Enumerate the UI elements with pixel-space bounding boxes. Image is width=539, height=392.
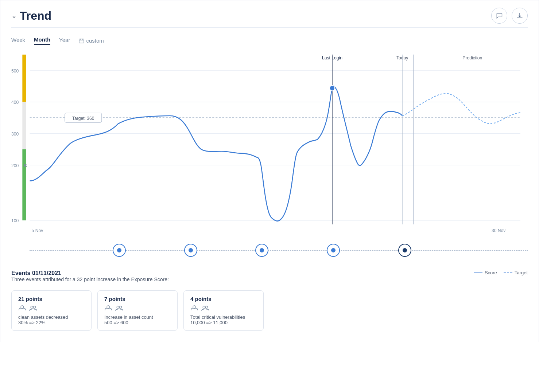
- main-container: ⌄ Trend Week Month Year: [0, 0, 539, 342]
- event-icons-2: [104, 305, 171, 311]
- comment-button[interactable]: [491, 8, 507, 24]
- events-header: Events 01/11/2021 Three events attribute…: [11, 270, 528, 288]
- svg-point-34: [117, 306, 119, 308]
- svg-point-37: [203, 306, 205, 308]
- svg-point-29: [330, 85, 335, 91]
- legend-target: Target: [504, 270, 528, 275]
- trend-chart: 500 400 300 200 100 B 5 Nov 30 Nov Targe…: [11, 51, 528, 240]
- svg-text:B: B: [24, 163, 27, 168]
- event-value-1: 30% => 22%: [18, 320, 85, 325]
- svg-rect-5: [22, 102, 26, 149]
- event-desc-2: Increase in asset count: [104, 314, 171, 320]
- event-dot-5[interactable]: [398, 244, 411, 257]
- header: ⌄ Trend: [11, 8, 528, 28]
- event-dot-3[interactable]: [255, 244, 268, 257]
- svg-text:300: 300: [11, 132, 19, 137]
- event-value-2: 500 => 600: [104, 320, 171, 325]
- event-points-3: 4 points: [190, 296, 257, 302]
- svg-text:200: 200: [11, 163, 19, 168]
- svg-point-38: [205, 306, 208, 308]
- tabs-row: Week Month Year custom: [11, 36, 528, 45]
- svg-point-31: [31, 306, 33, 308]
- events-title-group: Events 01/11/2021 Three events attribute…: [11, 270, 169, 288]
- svg-text:Today: Today: [396, 55, 408, 60]
- svg-text:5 Nov: 5 Nov: [32, 228, 43, 233]
- event-dots-row: [30, 244, 528, 257]
- event-dot-2[interactable]: [184, 244, 197, 257]
- svg-point-35: [119, 306, 121, 308]
- event-cards: 21 points clean assets decreased: [11, 290, 528, 331]
- svg-text:400: 400: [11, 100, 19, 105]
- download-button[interactable]: [512, 8, 528, 24]
- events-title: Events 01/11/2021: [11, 270, 169, 277]
- events-section: Events 01/11/2021 Three events attribute…: [11, 264, 528, 331]
- svg-rect-0: [79, 39, 84, 43]
- chart-legend: Score Target: [474, 270, 528, 275]
- event-points-1: 21 points: [18, 296, 85, 302]
- svg-text:30 Nov: 30 Nov: [492, 228, 506, 233]
- chevron-down-icon[interactable]: ⌄: [11, 12, 17, 20]
- svg-text:100: 100: [11, 218, 19, 223]
- event-icons-1: [18, 305, 85, 311]
- event-card-1: 21 points clean assets decreased: [11, 290, 92, 331]
- event-points-2: 7 points: [104, 296, 171, 302]
- tab-week[interactable]: Week: [11, 37, 25, 44]
- svg-text:Prediction: Prediction: [462, 55, 482, 60]
- target-line-icon: [504, 273, 512, 273]
- event-card-3: 4 points Total critical vulnerabilities: [183, 290, 264, 331]
- event-icons-3: [190, 305, 257, 311]
- event-desc-1: clean assets decreased: [18, 314, 85, 320]
- svg-text:Last Login: Last Login: [322, 55, 342, 60]
- tab-custom[interactable]: custom: [79, 38, 104, 44]
- page-title: Trend: [20, 9, 51, 23]
- tab-month[interactable]: Month: [34, 36, 50, 45]
- legend-score: Score: [474, 270, 497, 275]
- tab-year[interactable]: Year: [59, 37, 70, 44]
- svg-text:Target: 360: Target: 360: [72, 115, 94, 121]
- events-timeline: [11, 244, 528, 257]
- event-dot-1[interactable]: [113, 244, 126, 257]
- event-card-2: 7 points Increase in asset count: [97, 290, 178, 331]
- svg-rect-4: [22, 55, 26, 102]
- event-dot-4[interactable]: [327, 244, 340, 257]
- score-line-icon: [474, 273, 482, 273]
- chart-svg: 500 400 300 200 100 B 5 Nov 30 Nov Targe…: [11, 51, 528, 240]
- svg-point-32: [33, 306, 35, 308]
- svg-text:500: 500: [11, 68, 19, 73]
- events-subtitle: Three events attributed for a 32 point i…: [11, 277, 169, 282]
- event-value-3: 10,000 => 11,000: [190, 320, 257, 325]
- svg-rect-6: [22, 149, 26, 220]
- event-desc-3: Total critical vulnerabilities: [190, 314, 257, 320]
- header-actions: [491, 8, 528, 24]
- title-row: ⌄ Trend: [11, 9, 51, 23]
